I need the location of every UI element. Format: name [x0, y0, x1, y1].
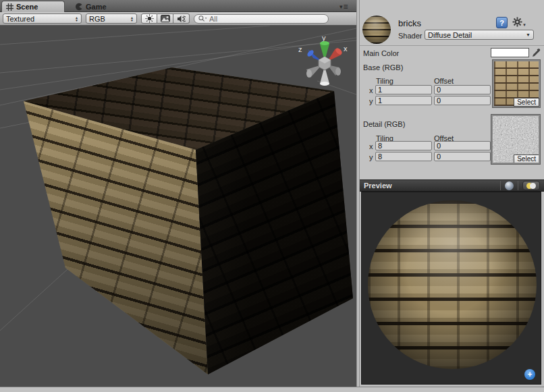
preview-material-sphere	[368, 200, 537, 369]
scene-search-input[interactable]	[209, 15, 310, 23]
sun-icon	[145, 14, 154, 23]
eyedropper-icon[interactable]	[532, 47, 541, 57]
separator	[518, 181, 518, 190]
preview-zoom-plus-button[interactable]: +	[524, 369, 535, 380]
render-channel-dropdown[interactable]: RGB ▲▼	[86, 13, 137, 24]
scene-toolbar: Textured ▲▼ RGB ▲▼	[0, 12, 356, 26]
draw-mode-dropdown[interactable]: Textured ▲▼	[3, 13, 82, 24]
scene-skybox-toggle[interactable]	[157, 13, 173, 24]
detail-offset-y-field[interactable]	[434, 152, 491, 161]
base-y-axis-label: y	[369, 97, 373, 105]
preview-lighting-button[interactable]	[522, 181, 540, 190]
status-bar	[0, 387, 544, 392]
draw-mode-value: Textured	[6, 15, 34, 23]
preview-canvas[interactable]: +	[361, 192, 541, 385]
gizmo-z-label: z	[298, 45, 302, 53]
game-icon	[75, 3, 83, 11]
scene-tabstrip: Scene Game ▾≡	[0, 0, 356, 12]
shader-value: Diffuse Detail	[428, 31, 472, 39]
preview-title: Preview	[364, 181, 392, 190]
scene-menu-icon[interactable]: ▾≡	[339, 2, 348, 11]
base-tiling-header: Tiling	[376, 77, 393, 85]
separator	[500, 181, 501, 190]
scene-audio-toggle[interactable]	[173, 13, 190, 24]
material-name: bricks	[398, 18, 421, 28]
search-icon	[198, 15, 207, 22]
preview-header[interactable]: Preview	[360, 179, 544, 192]
preview-shape-button[interactable]	[505, 181, 514, 190]
lighting-icon	[530, 183, 536, 189]
base-select-button[interactable]: Select	[514, 98, 539, 107]
shader-label: Shader	[398, 32, 422, 40]
base-tiling-x-field[interactable]	[375, 85, 432, 94]
scene-viewport[interactable]: y x z	[0, 26, 356, 387]
base-offset-x-field[interactable]	[434, 85, 491, 94]
help-button[interactable]: ?	[496, 17, 508, 28]
updown-arrows-icon: ▲▼	[130, 16, 134, 22]
shader-dropdown[interactable]: Diffuse Detail ▼	[425, 30, 534, 40]
tab-scene[interactable]: Scene	[1, 1, 65, 12]
base-offset-y-field[interactable]	[434, 96, 491, 105]
speaker-icon	[177, 15, 186, 23]
main-color-swatch[interactable]	[491, 48, 529, 57]
base-texture-thumbnail[interactable]: Select	[493, 60, 540, 107]
render-channel-value: RGB	[89, 15, 105, 23]
inspector-body: bricks Shader Diffuse Detail ▼ ?	[360, 12, 544, 179]
scene-panel: Scene Game ▾≡ Textured ▲▼ RGB ▲▼	[0, 0, 356, 387]
image-icon	[161, 15, 170, 22]
scene-grid-icon	[6, 3, 13, 11]
gear-menu-button[interactable]: ▼	[512, 17, 526, 27]
detail-offset-x-field[interactable]	[434, 141, 491, 150]
tab-scene-label: Scene	[16, 3, 38, 11]
help-glyph: ?	[499, 19, 504, 27]
base-tiling-y-field[interactable]	[375, 96, 432, 105]
dropdown-arrow-icon: ▼	[522, 23, 526, 27]
updown-arrows-icon: ▲▼	[75, 16, 78, 22]
scene-search-field[interactable]	[194, 14, 329, 24]
gear-icon	[512, 17, 522, 27]
base-section-title: Base (RGB)	[363, 63, 403, 72]
orientation-gizmo[interactable]: y x z	[292, 32, 356, 92]
detail-tiling-y-field[interactable]	[375, 152, 432, 161]
material-preview-sphere-icon	[362, 16, 391, 44]
detail-select-button[interactable]: Select	[514, 155, 539, 163]
dropdown-arrow-icon: ▼	[526, 32, 531, 37]
main-color-label: Main Color	[363, 49, 399, 57]
base-x-axis-label: x	[369, 86, 373, 94]
gizmo-x-label: x	[344, 45, 348, 53]
base-offset-header: Offset	[434, 77, 454, 85]
detail-section-title: Detail (RGB)	[363, 120, 405, 128]
scene-lighting-toggle[interactable]	[141, 13, 157, 24]
detail-texture-thumbnail[interactable]: Select	[491, 115, 540, 164]
detail-tiling-x-field[interactable]	[375, 141, 432, 150]
preview-body: +	[360, 192, 544, 387]
gizmo-y-label: y	[322, 34, 326, 42]
tab-game[interactable]: Game	[71, 1, 125, 12]
detail-y-axis-label: y	[369, 153, 373, 161]
tab-game-label: Game	[86, 3, 107, 11]
detail-x-axis-label: x	[369, 142, 373, 150]
